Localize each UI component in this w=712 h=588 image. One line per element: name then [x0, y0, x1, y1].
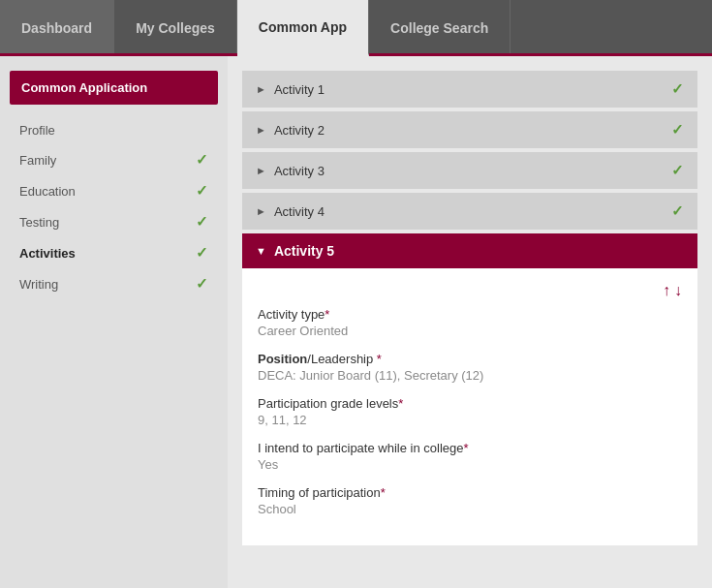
position-leadership-field: Position/Leadership * DECA: Junior Board…: [258, 352, 682, 383]
intend-participate-label: I intend to participate while in college…: [258, 441, 682, 455]
activity-1-check-icon: ✓: [671, 80, 684, 98]
tab-dashboard[interactable]: Dashboard: [0, 0, 114, 56]
sidebar: Common Application Profile Family ✓ Educ…: [0, 56, 228, 588]
right-panel: ► Activity 1 ✓ ► Activity 2 ✓ ► Activity…: [228, 56, 712, 588]
education-check-icon: ✓: [196, 182, 208, 200]
activity-5-row[interactable]: ▼ Activity 5: [242, 233, 697, 268]
sidebar-item-writing[interactable]: Writing ✓: [10, 268, 218, 299]
reorder-arrows: ↑ ↓: [258, 278, 682, 307]
sidebar-item-family[interactable]: Family ✓: [10, 144, 218, 175]
activity-type-label: Activity type*: [258, 307, 682, 322]
family-check-icon: ✓: [196, 151, 208, 169]
tab-my-colleges[interactable]: My Colleges: [114, 0, 237, 56]
participation-grade-field: Participation grade levels* 9, 11, 12: [258, 396, 682, 427]
activity-type-field: Activity type* Career Oriented: [258, 307, 682, 338]
activity-2-arrow-icon: ►: [256, 124, 266, 136]
activity-5-expanded: ↑ ↓ Activity type* Career Oriented Posit…: [242, 268, 697, 545]
writing-check-icon: ✓: [196, 275, 208, 293]
top-navigation: Dashboard My Colleges Common App College…: [0, 0, 712, 56]
activity-2-row[interactable]: ► Activity 2 ✓: [242, 111, 697, 148]
sidebar-item-profile[interactable]: Profile: [10, 116, 218, 144]
activity-1-arrow-icon: ►: [256, 83, 266, 95]
position-leadership-value: DECA: Junior Board (11), Secretary (12): [258, 368, 682, 383]
position-leadership-label: Position/Leadership *: [258, 352, 682, 366]
activity-3-arrow-icon: ►: [256, 165, 266, 176]
move-down-icon[interactable]: ↓: [674, 282, 682, 299]
activities-check-icon: ✓: [196, 244, 208, 262]
activity-3-check-icon: ✓: [671, 162, 684, 179]
intend-participate-value: Yes: [258, 457, 682, 472]
tab-college-search[interactable]: College Search: [369, 0, 511, 56]
participation-grade-value: 9, 11, 12: [258, 413, 682, 427]
main-content: Common Application Profile Family ✓ Educ…: [0, 56, 712, 588]
testing-check-icon: ✓: [196, 213, 208, 231]
sidebar-item-activities[interactable]: Activities ✓: [10, 237, 218, 268]
tab-common-app[interactable]: Common App: [237, 0, 369, 56]
timing-label: Timing of participation*: [258, 485, 682, 500]
move-up-icon[interactable]: ↑: [663, 282, 670, 299]
activity-type-value: Career Oriented: [258, 324, 682, 338]
activity-1-row[interactable]: ► Activity 1 ✓: [242, 71, 697, 108]
activity-4-row[interactable]: ► Activity 4 ✓: [242, 193, 697, 230]
activity-3-row[interactable]: ► Activity 3 ✓: [242, 152, 697, 189]
intend-participate-field: I intend to participate while in college…: [258, 441, 682, 472]
activity-4-check-icon: ✓: [671, 202, 684, 220]
sidebar-item-testing[interactable]: Testing ✓: [10, 206, 218, 237]
activity-4-arrow-icon: ►: [256, 205, 266, 217]
participation-grade-label: Participation grade levels*: [258, 396, 682, 411]
sidebar-header: Common Application: [10, 71, 218, 105]
sidebar-item-education[interactable]: Education ✓: [10, 175, 218, 206]
timing-field: Timing of participation* School: [258, 485, 682, 516]
timing-value: School: [258, 502, 682, 516]
activity-5-arrow-icon: ▼: [256, 245, 266, 257]
activity-2-check-icon: ✓: [671, 121, 684, 139]
